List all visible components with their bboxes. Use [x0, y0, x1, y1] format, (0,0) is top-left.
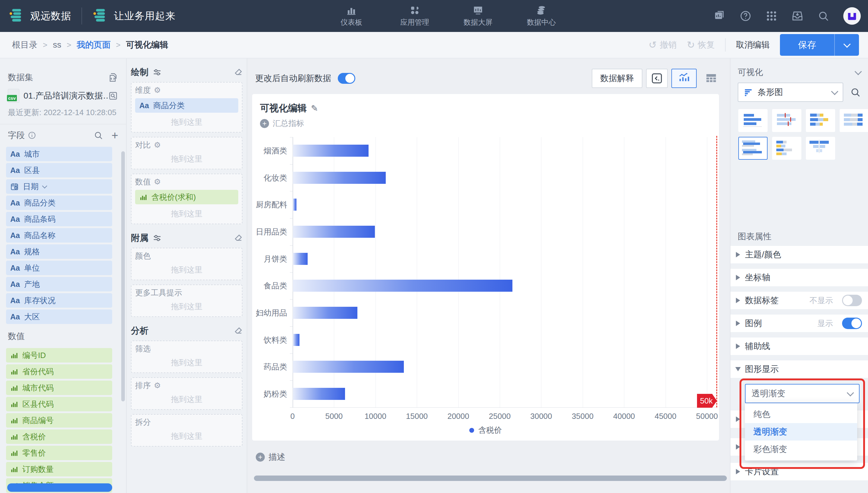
eraser-icon[interactable] [233, 234, 243, 242]
drop-here-hint[interactable]: 拖到这里 [135, 263, 238, 276]
dimension-field-chip[interactable]: Aa区县 [6, 163, 112, 177]
bar-化妆类[interactable] [293, 172, 386, 184]
bar-烟酒类[interactable] [293, 145, 369, 157]
eraser-icon[interactable] [233, 326, 243, 336]
gear-icon[interactable]: ⚙ [154, 178, 161, 186]
dimension-field-chip[interactable]: Aa商品条码 [6, 212, 112, 226]
auto-refresh-toggle[interactable] [338, 73, 355, 84]
help-icon[interactable] [740, 10, 751, 22]
thumbnail-bar-basic[interactable] [738, 109, 768, 132]
cancel-edit-button[interactable]: 取消编辑 [736, 39, 770, 51]
report-icon[interactable] [714, 10, 726, 22]
gradient-option-彩色渐变[interactable]: 彩色渐变 [745, 441, 857, 458]
measure-field-chip[interactable]: 订购数量 [6, 462, 112, 476]
drop-section-筛选[interactable]: 筛选拖到这里 [131, 341, 243, 373]
property-row-辅助线[interactable]: 辅助线 [730, 338, 868, 355]
drop-section-颜色[interactable]: 颜色拖到这里 [131, 248, 243, 280]
gear-icon[interactable]: ⚙ [154, 86, 161, 94]
dimension-field-chip[interactable]: Aa产地 [6, 277, 112, 292]
preview-dataset-icon[interactable] [108, 91, 118, 101]
property-row-坐标轴[interactable]: 坐标轴 [730, 269, 868, 286]
search-icon[interactable] [817, 10, 829, 22]
property-row-主题/颜色[interactable]: 主题/颜色 [730, 246, 868, 263]
switch-dataset-icon[interactable] [108, 72, 118, 83]
card-settings-row[interactable]: 卡片设置 [730, 463, 868, 480]
chevron-down-icon[interactable] [42, 184, 47, 189]
drop-section-拆分[interactable]: 拆分拖到这里 [131, 414, 243, 447]
chart-view-button[interactable] [671, 69, 697, 88]
redo-button[interactable]: ↻恢复 [687, 39, 715, 51]
dimension-field-chip[interactable]: Aa规格 [6, 244, 112, 259]
edit-title-icon[interactable]: ✎ [311, 103, 318, 113]
drop-here-hint[interactable]: 拖到这里 [135, 207, 238, 220]
breadcrumb-item[interactable]: 我的页面 [77, 39, 110, 51]
add-description-button[interactable]: + 描述 [256, 451, 730, 463]
save-dropdown-button[interactable] [834, 34, 859, 56]
add-field-icon[interactable]: + [111, 130, 118, 141]
bar-饮料类[interactable] [293, 334, 299, 346]
thumbnail-bar-gradient[interactable] [738, 137, 768, 160]
drop-section-更多工具提示[interactable]: 更多工具提示拖到这里 [131, 284, 243, 317]
measure-field-chip[interactable]: 省份代码 [6, 364, 112, 379]
drop-here-hint[interactable]: 拖到这里 [135, 393, 238, 406]
bar-月饼类[interactable] [293, 253, 308, 265]
dimension-field-chip[interactable]: Aa大区 [6, 309, 112, 324]
measure-field-chip[interactable]: 零售价 [6, 446, 112, 460]
drop-here-hint[interactable]: 拖到这里 [135, 430, 238, 442]
drop-section-维度[interactable]: 维度⚙Aa商品分类拖到这里 [131, 82, 243, 133]
search-fields-icon[interactable] [94, 130, 103, 140]
bar-药品类[interactable] [293, 361, 404, 373]
gradient-style-select[interactable]: 透明渐变 [745, 384, 860, 403]
nav-item-数据大屏[interactable]: 数据大屏 [458, 5, 498, 27]
panel-scrollbar-active[interactable] [7, 484, 112, 492]
avatar[interactable] [843, 7, 861, 25]
nav-item-仪表板[interactable]: 仪表板 [332, 5, 371, 27]
chart-type-select[interactable]: 条形图 [738, 83, 843, 102]
measure-field-chip[interactable]: 含税价(求和) [135, 190, 238, 204]
eraser-icon[interactable] [233, 68, 243, 77]
gear-icon[interactable]: ⚙ [154, 141, 161, 149]
nav-item-应用管理[interactable]: 应用管理 [395, 5, 434, 27]
code-view-button[interactable] [646, 69, 668, 88]
nav-item-数据中心[interactable]: 数据中心 [522, 5, 561, 27]
collapse-panel-icon[interactable] [854, 68, 862, 75]
thumbnail-bar-target[interactable] [772, 109, 801, 132]
measure-field-chip[interactable]: 商品编号 [6, 413, 112, 428]
drop-here-hint[interactable]: 拖到这里 [135, 116, 238, 128]
save-label[interactable]: 保存 [780, 39, 834, 51]
gradient-option-纯色[interactable]: 纯色 [745, 406, 857, 423]
dimension-field-chip[interactable]: Aa商品名称 [6, 228, 112, 242]
save-button[interactable]: 保存 [780, 34, 859, 56]
drop-section-对比[interactable]: 对比⚙拖到这里 [131, 137, 243, 169]
property-toggle[interactable] [842, 318, 862, 329]
bar-食品类[interactable] [293, 280, 512, 292]
inbox-download-icon[interactable] [791, 10, 803, 22]
gear-icon[interactable]: ⚙ [154, 382, 161, 389]
property-row-图形显示[interactable]: 图形显示 [730, 360, 868, 378]
dimension-field-chip[interactable]: Aa商品分类 [6, 196, 112, 210]
drop-here-hint[interactable]: 拖到这里 [135, 356, 238, 369]
drop-here-hint[interactable]: 拖到这里 [135, 300, 238, 313]
thumbnail-bar-pyramid[interactable] [806, 137, 835, 160]
dimension-field-chip[interactable]: Aa库存状况 [6, 293, 112, 308]
bar-厨房配料[interactable] [293, 198, 296, 211]
add-summary-button[interactable]: + 汇总指标 [260, 118, 304, 129]
sliders-icon[interactable] [152, 68, 162, 77]
gradient-option-透明渐变[interactable]: 透明渐变 [745, 423, 857, 441]
dimension-field-chip[interactable]: 日期 [6, 179, 112, 194]
dimension-field-chip[interactable]: Aa商品分类 [135, 98, 238, 113]
measure-field-chip[interactable]: 含税价 [6, 429, 112, 444]
drop-section-数值[interactable]: 数值⚙含税价(求和)拖到这里 [131, 174, 243, 224]
bar-妇幼用品[interactable] [293, 307, 357, 319]
dimension-field-chip[interactable]: Aa城市 [6, 147, 112, 161]
thumbnail-bar-bidirectional[interactable] [772, 137, 801, 160]
undo-button[interactable]: ↺撤销 [648, 39, 677, 51]
sliders-icon[interactable] [152, 234, 162, 242]
canvas-horizontal-scrollbar[interactable] [254, 475, 727, 481]
dimension-field-chip[interactable]: Aa单位 [6, 261, 112, 275]
property-toggle[interactable] [842, 295, 862, 306]
search-chart-type-icon[interactable] [850, 87, 861, 98]
data-explain-button[interactable]: 数据解释 [592, 69, 642, 88]
thumbnail-bar-stacked[interactable] [806, 109, 835, 132]
thumbnail-bar-percent-stacked[interactable] [840, 109, 868, 132]
